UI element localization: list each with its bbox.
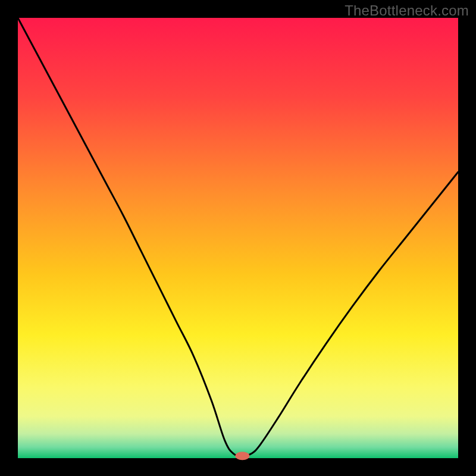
chart-frame: TheBottleneck.com (0, 0, 476, 476)
optimal-point-marker (235, 452, 249, 460)
bottleneck-chart (0, 0, 476, 476)
plot-background (18, 18, 458, 458)
watermark-label: TheBottleneck.com (345, 2, 469, 19)
